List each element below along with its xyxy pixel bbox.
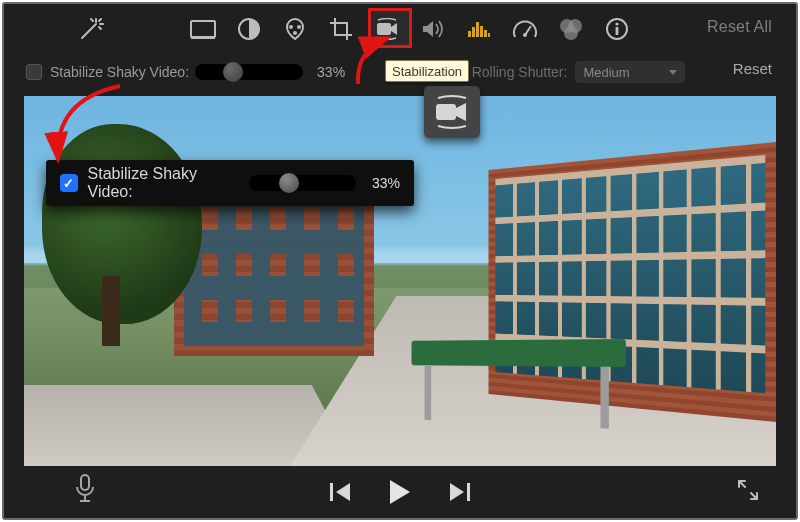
speed-gauge-icon[interactable] [512, 16, 538, 42]
reset-button[interactable]: Reset [733, 60, 772, 77]
svg-point-14 [523, 33, 527, 37]
svg-point-5 [293, 31, 297, 35]
noise-equalizer-icon[interactable] [466, 16, 492, 42]
play-button[interactable] [388, 479, 412, 509]
svg-rect-12 [488, 33, 490, 37]
info-icon[interactable] [604, 16, 630, 42]
rolling-shutter-dropdown[interactable]: Medium [575, 61, 685, 83]
svg-rect-8 [472, 27, 475, 37]
rolling-shutter-value: Medium [583, 65, 629, 80]
color-balance-icon[interactable] [236, 16, 262, 42]
stabilization-tooltip: Stabilization [385, 60, 469, 82]
svg-rect-6 [377, 23, 391, 35]
color-correction-icon[interactable] [282, 16, 308, 42]
previous-frame-button[interactable] [330, 482, 352, 506]
svg-rect-9 [476, 22, 479, 37]
svg-rect-0 [191, 21, 215, 37]
playback-bar [4, 470, 796, 518]
app-window: Reset All Stabilize Shaky Video: 33% Fix… [2, 2, 798, 520]
stabilize-slider-zoom[interactable] [249, 175, 356, 191]
svg-rect-22 [81, 475, 89, 490]
svg-rect-7 [468, 31, 471, 37]
crop-icon[interactable] [328, 16, 354, 42]
svg-point-4 [297, 25, 301, 29]
preview-building-right [489, 142, 776, 422]
svg-rect-23 [330, 483, 333, 501]
stabilize-panel-zoom: Stabilize Shaky Video: 33% [46, 160, 414, 206]
fullscreen-icon[interactable] [736, 478, 760, 506]
svg-point-3 [289, 25, 293, 29]
stabilization-icon[interactable] [374, 16, 400, 42]
slider-knob[interactable] [279, 173, 299, 193]
frame-aspect-icon[interactable] [190, 16, 216, 42]
stabilize-slider[interactable] [195, 64, 303, 80]
stabilize-value: 33% [317, 64, 345, 80]
stabilize-label: Stabilize Shaky Video: [50, 64, 189, 80]
inspector-toolbar: Reset All [4, 4, 796, 54]
slider-knob[interactable] [223, 62, 243, 82]
stabilize-checkbox-checked[interactable] [60, 174, 78, 192]
magic-wand-icon[interactable] [76, 16, 104, 44]
clip-filter-icon[interactable] [558, 16, 584, 42]
voiceover-mic-icon[interactable] [74, 474, 96, 508]
svg-point-19 [615, 22, 618, 25]
preview-tree [42, 124, 202, 324]
preview-trunk [102, 276, 120, 346]
svg-rect-21 [436, 104, 456, 120]
reset-all-button[interactable]: Reset All [707, 18, 772, 36]
video-preview[interactable] [24, 96, 776, 466]
svg-rect-24 [467, 483, 470, 501]
stabilize-label-zoom: Stabilize Shaky Video: [88, 165, 243, 201]
svg-rect-1 [191, 37, 215, 39]
preview-canopy [412, 339, 626, 367]
svg-point-17 [564, 26, 578, 40]
svg-rect-20 [616, 27, 619, 35]
next-frame-button[interactable] [448, 482, 470, 506]
stabilization-callout-icon [424, 86, 480, 138]
volume-icon[interactable] [420, 16, 446, 42]
preview-building-left [174, 186, 374, 356]
svg-rect-10 [480, 26, 483, 37]
stabilize-checkbox[interactable] [26, 64, 42, 80]
svg-rect-11 [484, 30, 487, 37]
stabilize-value-zoom: 33% [372, 175, 400, 191]
